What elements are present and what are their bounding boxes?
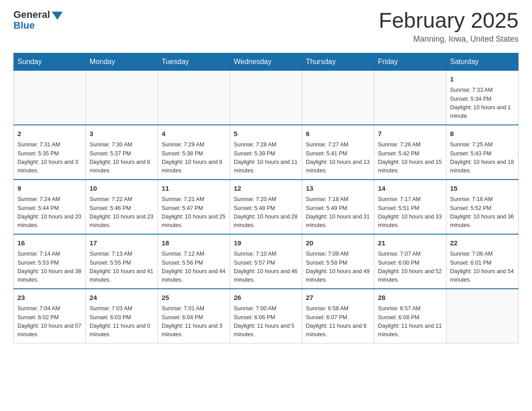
calendar-day-cell: 8Sunrise: 7:25 AM Sunset: 5:43 PM Daylig…: [446, 125, 519, 180]
calendar-day-cell: [302, 70, 374, 125]
location-text: Manning, Iowa, United States: [379, 34, 519, 44]
calendar-day-cell: 15Sunrise: 7:16 AM Sunset: 5:52 PM Dayli…: [446, 180, 519, 234]
day-info: Sunrise: 7:29 AM Sunset: 5:38 PM Dayligh…: [162, 141, 226, 176]
day-info: Sunrise: 7:30 AM Sunset: 5:37 PM Dayligh…: [90, 141, 154, 176]
day-number: 23: [17, 293, 82, 303]
day-number: 13: [306, 184, 370, 194]
day-number: 6: [306, 129, 370, 139]
calendar-day-cell: 26Sunrise: 7:00 AM Sunset: 6:06 PM Dayli…: [230, 289, 302, 343]
calendar-day-cell: [158, 70, 230, 125]
day-info: Sunrise: 7:03 AM Sunset: 6:03 PM Dayligh…: [90, 304, 154, 339]
day-number: 4: [162, 129, 226, 139]
day-number: 10: [90, 184, 154, 194]
calendar-day-cell: 17Sunrise: 7:13 AM Sunset: 5:55 PM Dayli…: [86, 234, 158, 289]
day-info: Sunrise: 7:09 AM Sunset: 5:58 PM Dayligh…: [306, 250, 370, 285]
calendar-day-cell: 19Sunrise: 7:10 AM Sunset: 5:57 PM Dayli…: [230, 234, 302, 289]
day-number: 27: [306, 293, 370, 303]
day-info: Sunrise: 7:00 AM Sunset: 6:06 PM Dayligh…: [234, 304, 298, 339]
calendar-day-cell: 24Sunrise: 7:03 AM Sunset: 6:03 PM Dayli…: [86, 289, 158, 343]
day-number: 12: [234, 184, 298, 194]
calendar-day-cell: 5Sunrise: 7:28 AM Sunset: 5:39 PM Daylig…: [230, 125, 302, 180]
calendar-day-cell: 3Sunrise: 7:30 AM Sunset: 5:37 PM Daylig…: [86, 125, 158, 180]
day-info: Sunrise: 7:06 AM Sunset: 6:01 PM Dayligh…: [450, 250, 515, 285]
day-number: 28: [378, 293, 442, 303]
day-number: 22: [450, 238, 515, 248]
calendar-day-cell: [446, 289, 519, 343]
day-info: Sunrise: 7:16 AM Sunset: 5:52 PM Dayligh…: [450, 195, 515, 230]
calendar-week-row: 23Sunrise: 7:04 AM Sunset: 6:02 PM Dayli…: [14, 289, 519, 343]
day-of-week-header: Tuesday: [158, 53, 230, 70]
day-info: Sunrise: 7:10 AM Sunset: 5:57 PM Dayligh…: [234, 250, 298, 285]
day-info: Sunrise: 6:57 AM Sunset: 6:08 PM Dayligh…: [378, 304, 442, 339]
day-number: 9: [17, 184, 82, 194]
calendar-day-cell: 12Sunrise: 7:20 AM Sunset: 5:48 PM Dayli…: [230, 180, 302, 234]
day-info: Sunrise: 7:24 AM Sunset: 5:44 PM Dayligh…: [17, 195, 82, 230]
calendar-table: SundayMondayTuesdayWednesdayThursdayFrid…: [13, 53, 519, 343]
day-info: Sunrise: 7:14 AM Sunset: 5:53 PM Dayligh…: [17, 250, 82, 285]
calendar-day-cell: 10Sunrise: 7:22 AM Sunset: 5:46 PM Dayli…: [86, 180, 158, 234]
calendar-day-cell: 16Sunrise: 7:14 AM Sunset: 5:53 PM Dayli…: [14, 234, 86, 289]
day-info: Sunrise: 6:58 AM Sunset: 6:07 PM Dayligh…: [306, 304, 370, 339]
day-info: Sunrise: 7:12 AM Sunset: 5:56 PM Dayligh…: [162, 250, 226, 285]
day-of-week-header: Wednesday: [230, 53, 302, 70]
day-number: 15: [450, 184, 515, 194]
calendar-header: SundayMondayTuesdayWednesdayThursdayFrid…: [14, 53, 519, 70]
calendar-week-row: 9Sunrise: 7:24 AM Sunset: 5:44 PM Daylig…: [14, 180, 519, 234]
calendar-day-cell: 2Sunrise: 7:31 AM Sunset: 5:35 PM Daylig…: [14, 125, 86, 180]
day-info: Sunrise: 7:17 AM Sunset: 5:51 PM Dayligh…: [378, 195, 442, 230]
calendar-day-cell: 11Sunrise: 7:21 AM Sunset: 5:47 PM Dayli…: [158, 180, 230, 234]
calendar-day-cell: 28Sunrise: 6:57 AM Sunset: 6:08 PM Dayli…: [374, 289, 446, 343]
day-number: 26: [234, 293, 298, 303]
day-number: 14: [378, 184, 442, 194]
logo-general-text: General: [13, 9, 50, 21]
logo-arrow-icon: [52, 12, 63, 20]
day-info: Sunrise: 7:28 AM Sunset: 5:39 PM Dayligh…: [234, 141, 298, 176]
calendar-day-cell: 27Sunrise: 6:58 AM Sunset: 6:07 PM Dayli…: [302, 289, 374, 343]
calendar-day-cell: 18Sunrise: 7:12 AM Sunset: 5:56 PM Dayli…: [158, 234, 230, 289]
day-of-week-header: Thursday: [302, 53, 374, 70]
day-number: 11: [162, 184, 226, 194]
day-number: 20: [306, 238, 370, 248]
calendar-week-row: 16Sunrise: 7:14 AM Sunset: 5:53 PM Dayli…: [14, 234, 519, 289]
day-of-week-header: Friday: [374, 53, 446, 70]
day-info: Sunrise: 7:26 AM Sunset: 5:42 PM Dayligh…: [378, 141, 442, 176]
day-number: 18: [162, 238, 226, 248]
day-number: 25: [162, 293, 226, 303]
day-info: Sunrise: 7:25 AM Sunset: 5:43 PM Dayligh…: [450, 141, 515, 176]
day-number: 5: [234, 129, 298, 139]
day-number: 17: [90, 238, 154, 248]
calendar-body: 1Sunrise: 7:33 AM Sunset: 5:34 PM Daylig…: [14, 70, 519, 343]
day-number: 24: [90, 293, 154, 303]
day-info: Sunrise: 7:22 AM Sunset: 5:46 PM Dayligh…: [90, 195, 154, 230]
calendar-day-cell: 7Sunrise: 7:26 AM Sunset: 5:42 PM Daylig…: [374, 125, 446, 180]
calendar-week-row: 2Sunrise: 7:31 AM Sunset: 5:35 PM Daylig…: [14, 125, 519, 180]
calendar-day-cell: 1Sunrise: 7:33 AM Sunset: 5:34 PM Daylig…: [446, 70, 519, 125]
calendar-day-cell: [374, 70, 446, 125]
day-number: 2: [17, 129, 82, 139]
calendar-week-row: 1Sunrise: 7:33 AM Sunset: 5:34 PM Daylig…: [14, 70, 519, 125]
calendar-day-cell: 22Sunrise: 7:06 AM Sunset: 6:01 PM Dayli…: [446, 234, 519, 289]
calendar-day-cell: 23Sunrise: 7:04 AM Sunset: 6:02 PM Dayli…: [14, 289, 86, 343]
day-number: 21: [378, 238, 442, 248]
day-info: Sunrise: 7:13 AM Sunset: 5:55 PM Dayligh…: [90, 250, 154, 285]
day-info: Sunrise: 7:21 AM Sunset: 5:47 PM Dayligh…: [162, 195, 226, 230]
title-section: February 2025 Manning, Iowa, United Stat…: [379, 9, 519, 44]
calendar-day-cell: 20Sunrise: 7:09 AM Sunset: 5:58 PM Dayli…: [302, 234, 374, 289]
day-number: 8: [450, 129, 515, 139]
calendar-day-cell: 4Sunrise: 7:29 AM Sunset: 5:38 PM Daylig…: [158, 125, 230, 180]
day-info: Sunrise: 7:27 AM Sunset: 5:41 PM Dayligh…: [306, 141, 370, 176]
day-info: Sunrise: 7:04 AM Sunset: 6:02 PM Dayligh…: [17, 304, 82, 339]
logo-blue-text: Blue: [13, 20, 35, 31]
calendar-day-cell: 6Sunrise: 7:27 AM Sunset: 5:41 PM Daylig…: [302, 125, 374, 180]
month-title: February 2025: [379, 9, 519, 33]
calendar-day-cell: 13Sunrise: 7:18 AM Sunset: 5:49 PM Dayli…: [302, 180, 374, 234]
calendar-day-cell: 9Sunrise: 7:24 AM Sunset: 5:44 PM Daylig…: [14, 180, 86, 234]
day-number: 19: [234, 238, 298, 248]
day-of-week-header: Sunday: [14, 53, 86, 70]
day-info: Sunrise: 7:18 AM Sunset: 5:49 PM Dayligh…: [306, 195, 370, 230]
day-of-week-header: Saturday: [446, 53, 519, 70]
day-number: 7: [378, 129, 442, 139]
day-info: Sunrise: 7:31 AM Sunset: 5:35 PM Dayligh…: [17, 141, 82, 176]
calendar-day-cell: 14Sunrise: 7:17 AM Sunset: 5:51 PM Dayli…: [374, 180, 446, 234]
calendar-day-cell: [230, 70, 302, 125]
